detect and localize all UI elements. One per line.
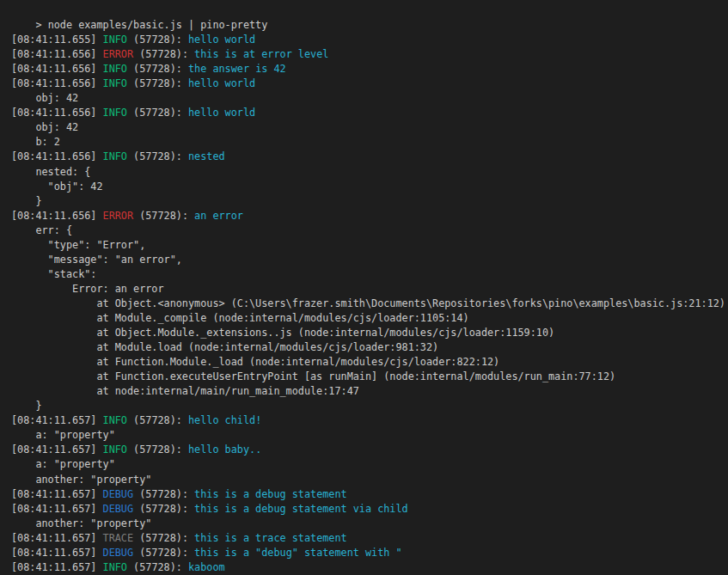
timestamp: [08:41:11.656] xyxy=(11,107,103,119)
detail-line: a: "property" xyxy=(11,457,728,472)
log-line: [08:41:11.655] INFO (57728): hello world xyxy=(11,33,728,47)
timestamp: [08:41:11.657] xyxy=(11,503,103,515)
level-badge: INFO xyxy=(103,107,127,119)
stack-frame-line: at Function.executeUserEntryPoint [as ru… xyxy=(11,370,728,384)
pid: (57728): xyxy=(127,77,188,89)
detail: "type": "Error", xyxy=(11,239,145,251)
log-line: [08:41:11.657] DEBUG (57728): this is a … xyxy=(11,502,728,517)
stack-frame-line: at Object.Module._extensions..js (node:i… xyxy=(11,326,728,340)
detail: a: "property" xyxy=(11,458,115,470)
pid: (57728): xyxy=(133,488,194,500)
detail: at Function.Module._load (node:internal/… xyxy=(11,356,499,368)
stack-frame-line: at Object.<anonymous> (C:\Users\frazer.s… xyxy=(11,297,728,311)
detail-line: b: 2 xyxy=(11,135,728,150)
message: hello world xyxy=(188,77,255,89)
level-badge: INFO xyxy=(103,443,127,456)
message: nested xyxy=(188,150,225,162)
log-line: [08:41:11.657] TRACE (57728): this is a … xyxy=(11,531,728,546)
detail: at Module.load (node:internal/modules/cj… xyxy=(11,341,438,353)
timestamp: [08:41:11.657] xyxy=(11,443,103,456)
timestamp: [08:41:11.656] xyxy=(11,150,103,162)
log-line: [08:41:11.656] ERROR (57728): this is at… xyxy=(11,47,728,62)
message: the answer is 42 xyxy=(188,63,286,75)
stack-frame-line: at node:internal/main/run_main_module:17… xyxy=(11,384,728,399)
level-badge: ERROR xyxy=(103,48,134,60)
log-line: [08:41:11.656] INFO (57728): the answer … xyxy=(11,62,728,76)
detail-line: "type": "Error", xyxy=(11,238,728,253)
detail: at Object.Module._extensions..js (node:i… xyxy=(11,327,554,339)
stack-frame-line: at Module._compile (node:internal/module… xyxy=(11,311,728,326)
message: this is a debug statement via child xyxy=(194,503,408,515)
terminal-screen[interactable]: > node examples/basic.js | pino-pretty [… xyxy=(0,0,728,575)
log-line: [08:41:11.657] INFO (57728): hello child… xyxy=(11,413,728,428)
timestamp: [08:41:11.656] xyxy=(11,210,103,222)
detail: another: "property" xyxy=(11,517,151,529)
level-badge: DEBUG xyxy=(103,488,134,500)
detail-line: another: "property" xyxy=(11,517,728,531)
pid: (57728): xyxy=(127,561,188,573)
detail-line: obj: 42 xyxy=(11,120,728,135)
detail-line: nested: { xyxy=(11,165,728,180)
message: this is a "debug" statement with " xyxy=(194,547,401,559)
pid: (57728): xyxy=(133,547,194,559)
timestamp: [08:41:11.657] xyxy=(11,547,103,559)
timestamp: [08:41:11.657] xyxy=(11,532,103,544)
log-line: [08:41:11.657] INFO (57728): hello baby.… xyxy=(11,443,728,457)
detail-line: a: "property" xyxy=(11,428,728,443)
timestamp: [08:41:11.656] xyxy=(11,63,103,75)
detail: "message": "an error", xyxy=(11,254,182,266)
detail: "obj": 42 xyxy=(11,180,103,193)
pid: (57728): xyxy=(133,503,194,515)
timestamp: [08:41:11.656] xyxy=(11,77,103,89)
detail-line: obj: 42 xyxy=(11,91,728,106)
timestamp: [08:41:11.657] xyxy=(11,561,103,573)
detail: a: "property" xyxy=(11,429,115,441)
pid: (57728): xyxy=(127,107,188,119)
level-badge: TRACE xyxy=(103,532,134,544)
detail: at node:internal/main/run_main_module:17… xyxy=(11,385,359,397)
terminal-output: [08:41:11.655] INFO (57728): hello world… xyxy=(11,18,728,575)
message: this is at error level xyxy=(194,48,328,60)
timestamp: [08:41:11.657] xyxy=(11,488,103,500)
level-badge: DEBUG xyxy=(103,547,134,559)
detail: at Function.executeUserEntryPoint [as ru… xyxy=(11,370,615,382)
detail: obj: 42 xyxy=(11,121,78,133)
detail-line: Error: an error xyxy=(11,282,728,297)
detail: } xyxy=(11,195,42,207)
detail-line: err: { xyxy=(11,223,728,238)
log-line: [08:41:11.657] INFO (57728): kaboom xyxy=(11,560,728,575)
timestamp: [08:41:11.657] xyxy=(11,414,103,426)
detail-line: "stack": xyxy=(11,267,728,282)
timestamp: [08:41:11.655] xyxy=(11,34,103,46)
pid: (57728): xyxy=(127,414,188,426)
detail: obj: 42 xyxy=(11,92,78,104)
log-line: [08:41:11.656] INFO (57728): hello world xyxy=(11,106,728,120)
pid: (57728): xyxy=(127,34,188,46)
log-line: [08:41:11.657] DEBUG (57728): this is a … xyxy=(11,546,728,560)
level-badge: INFO xyxy=(103,77,127,89)
stack-frame-line: at Module.load (node:internal/modules/cj… xyxy=(11,340,728,355)
pid: (57728): xyxy=(133,48,194,60)
message: this is a debug statement xyxy=(194,488,347,500)
pid: (57728): xyxy=(133,532,194,544)
detail-line: "obj": 42 xyxy=(11,180,728,194)
level-badge: INFO xyxy=(103,63,127,75)
detail-line: } xyxy=(11,194,728,209)
detail-line: another: "property" xyxy=(11,473,728,487)
detail: "stack": xyxy=(11,268,96,280)
message: hello baby.. xyxy=(188,443,261,456)
pid: (57728): xyxy=(127,443,188,456)
command-text: > node examples/basic.js | pino-pretty xyxy=(35,19,267,31)
detail-line: "message": "an error", xyxy=(11,253,728,267)
message: hello child! xyxy=(188,414,261,426)
log-line: [08:41:11.656] INFO (57728): hello world xyxy=(11,76,728,91)
detail: another: "property" xyxy=(11,474,151,486)
log-line: [08:41:11.656] ERROR (57728): an error xyxy=(11,209,728,223)
stack-frame-line: at Function.Module._load (node:internal/… xyxy=(11,355,728,370)
detail: at Module._compile (node:internal/module… xyxy=(11,312,469,324)
detail: } xyxy=(11,400,42,412)
level-badge: INFO xyxy=(103,150,127,162)
level-badge: ERROR xyxy=(103,210,134,222)
level-badge: DEBUG xyxy=(103,503,134,515)
level-badge: INFO xyxy=(103,414,127,426)
